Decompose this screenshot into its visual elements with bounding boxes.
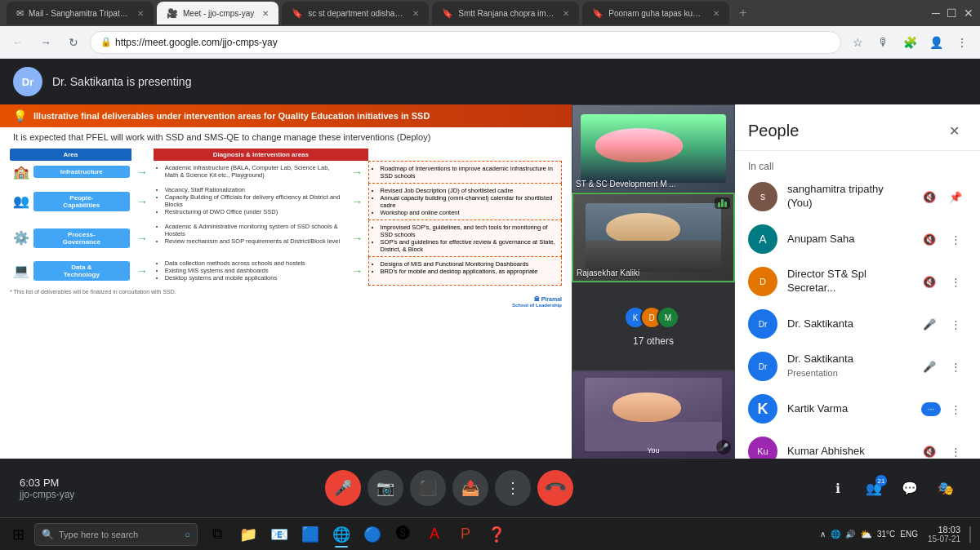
- taskbar-app-task-view[interactable]: ⧉: [203, 520, 232, 549]
- tab-mail[interactable]: ✉ Mail - Sanghamitra Tripathy - ✕: [7, 2, 154, 24]
- present-button[interactable]: 📤: [452, 470, 488, 506]
- person-item-anupam: A Anupam Saha 🔇 ⋮: [735, 218, 980, 260]
- mute-button-sanghamitra[interactable]: 🔇: [918, 185, 941, 208]
- person-item-saktikanta: Dr Dr. Saktikanta 🎤 ⋮: [735, 303, 980, 345]
- speaking-indicator-kartik: ···: [921, 402, 941, 416]
- tab-close-mail[interactable]: ✕: [137, 9, 144, 18]
- forward-button[interactable]: →: [34, 31, 57, 54]
- area-infrastructure: Infrastructure: [32, 161, 131, 183]
- presentation-area: 💡 Illustrative final deliverables under …: [0, 104, 735, 459]
- person-item-director: D Director ST& Spl Secretar... 🔇 ⋮: [735, 260, 980, 303]
- area-process: Process-Governance: [32, 220, 131, 256]
- taskbar-app-adobe[interactable]: A: [420, 520, 449, 549]
- actions-saktikanta-pres: 🎤 ⋮: [918, 355, 967, 378]
- taskbar-search[interactable]: 🔍 Type here to search ○: [34, 523, 198, 546]
- pin-button-sanghamitra[interactable]: 📌: [944, 185, 967, 208]
- taskbar-app-powerpoint[interactable]: P: [451, 520, 480, 549]
- clock-time: 18:03: [928, 525, 960, 534]
- more-button-kumar[interactable]: ⋮: [944, 440, 967, 459]
- tab-smtt[interactable]: 🔖 Smtt Ranjana chopra images... ✕: [432, 2, 579, 24]
- lock-icon: 🔒: [100, 37, 112, 47]
- camera-toggle-button[interactable]: 📷: [368, 470, 403, 506]
- bookmark-button[interactable]: ☆: [846, 31, 869, 54]
- more-button-kartik[interactable]: ⋮: [944, 397, 967, 420]
- taskbar-clock[interactable]: 18:03 15-07-21: [928, 525, 960, 543]
- name-saktikanta-pres: Dr. Saktikanta Presentation: [787, 353, 908, 380]
- reload-button[interactable]: ↻: [62, 31, 85, 54]
- start-button[interactable]: ⊞: [3, 520, 33, 549]
- avatar-sanghamitra: s: [748, 182, 777, 211]
- tab-poonam[interactable]: 🔖 Poonam guha tapas kumar in... ✕: [582, 2, 729, 24]
- mute-button-saktikanta[interactable]: 🎤: [918, 313, 941, 335]
- arrow-people: →: [131, 183, 154, 220]
- chat-button[interactable]: 💬: [895, 473, 924, 503]
- taskbar-app-edge[interactable]: 🔵: [358, 520, 387, 549]
- tab-close-poonam[interactable]: ✕: [713, 9, 719, 18]
- avatar-saktikanta-pres: Dr: [748, 352, 777, 381]
- mute-button-kumar[interactable]: 🔇: [918, 440, 941, 459]
- tab-close-meet[interactable]: ✕: [262, 9, 269, 18]
- tab-close-smtt[interactable]: ✕: [563, 9, 569, 18]
- browser-menu-button[interactable]: ⋮: [951, 31, 973, 54]
- icon-infrastructure: 🏫: [10, 161, 32, 183]
- name-director: Director ST& Spl Secretar...: [787, 268, 908, 295]
- more-options-button[interactable]: ⋮: [495, 470, 531, 506]
- slide-header-icon: 💡: [13, 109, 27, 122]
- activities-button[interactable]: 🎭: [931, 473, 960, 503]
- title-bar: ✉ Mail - Sanghamitra Tripathy - ✕ 🎥 Meet…: [0, 0, 980, 26]
- mute-button-director[interactable]: 🔇: [918, 270, 941, 293]
- more-button-anupam[interactable]: ⋮: [944, 228, 967, 251]
- microphone-button[interactable]: 🎙: [872, 31, 895, 54]
- name-kumar: Kumar Abhishek: [787, 445, 908, 459]
- video-thumb-you: You 🎤: [572, 370, 735, 459]
- taskbar-app-chrome[interactable]: 🌐: [327, 520, 356, 549]
- profile-button[interactable]: 👤: [924, 31, 947, 54]
- tab-meet[interactable]: 🎥 Meet - jjo-cmps-yay ✕: [157, 2, 278, 24]
- extensions-button[interactable]: 🧩: [898, 31, 921, 54]
- volume-icon[interactable]: 🔊: [845, 530, 855, 539]
- meet-main-content: 💡 Illustrative final deliverables under …: [0, 104, 980, 459]
- end-call-button[interactable]: 📞: [530, 463, 581, 513]
- people-count-badge: 21: [875, 475, 887, 486]
- more-button-director[interactable]: ⋮: [944, 270, 967, 293]
- taskbar-app-help[interactable]: ❓: [482, 520, 511, 549]
- info-button[interactable]: ℹ: [823, 473, 853, 503]
- maximize-button[interactable]: ☐: [947, 7, 957, 20]
- taskbar-apps: ⧉ 📁 📧 🟦 🌐 🔵 🅢 A P ❓: [203, 520, 511, 549]
- captions-button[interactable]: ⬛: [410, 470, 446, 506]
- video-thumb-others[interactable]: K D M 17 others: [572, 282, 735, 370]
- minimize-button[interactable]: ─: [932, 7, 940, 20]
- taskbar-app-file-explorer[interactable]: 📁: [234, 520, 263, 549]
- tab-close-sc[interactable]: ✕: [412, 9, 419, 18]
- mute-button-anupam[interactable]: 🔇: [918, 228, 941, 251]
- video-label-raj: Rajasekhar Kaliki: [577, 268, 730, 277]
- weather-icon: ⛅: [860, 529, 872, 540]
- meet-time: 6:03 PM: [20, 477, 74, 489]
- people-button[interactable]: 👥 21: [859, 473, 889, 503]
- language-label: ENG: [900, 530, 918, 539]
- taskbar-app-skype[interactable]: 🅢: [389, 520, 418, 549]
- close-people-panel-button[interactable]: ✕: [941, 118, 967, 144]
- mic-toggle-button[interactable]: 🎤: [325, 470, 361, 506]
- more-button-saktikanta[interactable]: ⋮: [944, 313, 967, 335]
- new-tab-button[interactable]: +: [733, 6, 753, 20]
- back-button[interactable]: ←: [7, 31, 29, 54]
- more-button-saktikanta-pres[interactable]: ⋮: [944, 355, 967, 378]
- outcome-people: Revised Job Description (JD) of shortlis…: [368, 183, 561, 220]
- area-data: Data &Technology: [32, 256, 131, 285]
- network-icon[interactable]: 🌐: [831, 530, 840, 539]
- taskbar-app-email[interactable]: 📧: [265, 520, 294, 549]
- chevron-up-icon[interactable]: ∧: [820, 530, 826, 539]
- browser-nav-actions: ☆ 🎙 🧩 👤 ⋮: [846, 31, 973, 54]
- close-window-button[interactable]: ✕: [964, 7, 973, 20]
- avatar-anupam: A: [748, 224, 777, 254]
- arrow-data-out: →: [346, 256, 368, 285]
- video-thumb-stsc: ST & SC Development M ...: [572, 104, 735, 193]
- actions-kartik: ··· ⋮: [921, 397, 967, 420]
- taskbar-app-teams[interactable]: 🟦: [296, 520, 325, 549]
- mute-button-saktikanta-pres[interactable]: 🎤: [918, 355, 941, 378]
- tab-sc[interactable]: 🔖 sc st department odisha Prin... ✕: [282, 2, 429, 24]
- address-bar[interactable]: 🔒 https://meet.google.com/jjo-cmps-yay: [90, 31, 841, 54]
- show-desktop-button[interactable]: [964, 520, 977, 549]
- you-mute-icon: 🎤: [716, 440, 731, 455]
